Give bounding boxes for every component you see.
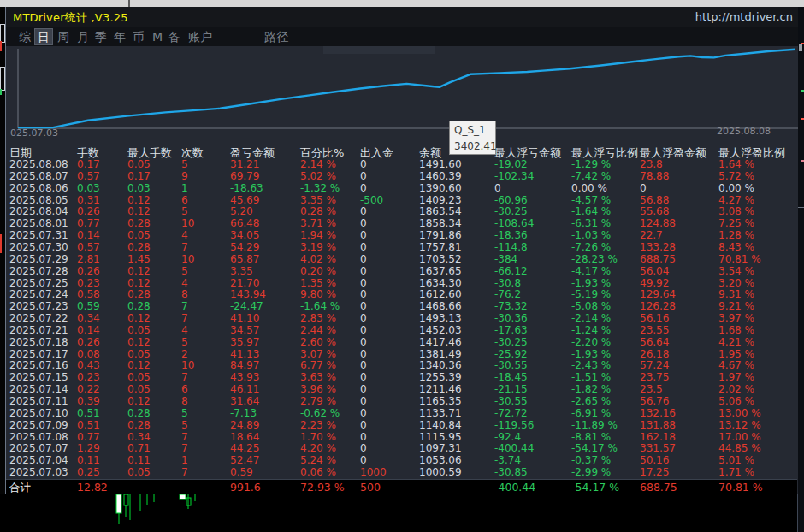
table-cell: 34.05: [230, 230, 259, 242]
table-cell: 78.88: [640, 171, 669, 183]
table-row[interactable]: 2025.07.170.080.05241.133.07 %01381.49-2…: [6, 349, 797, 361]
table-cell: 2.14 %: [300, 159, 336, 171]
title-bar[interactable]: MTDriver统计 ,V3.25 http://mtdriver.cn: [6, 7, 798, 27]
table-cell: 1053.06: [419, 455, 462, 467]
table-cell: 124.88: [640, 218, 676, 230]
table-cell: 6: [181, 384, 188, 396]
table-row[interactable]: 2025.07.090.510.28524.892.23 %01140.84-1…: [6, 420, 797, 432]
table-cell: 3.08 %: [718, 206, 754, 218]
table-cell: 0.59: [230, 467, 253, 479]
table-row[interactable]: 2025.07.220.340.12741.102.83 %01493.13-3…: [6, 313, 797, 325]
table-cell: 2025.08.07: [9, 171, 68, 183]
table-row[interactable]: 2025.07.310.140.05434.051.94 %01791.86-1…: [6, 230, 797, 242]
menu-item-day[interactable]: 日: [35, 29, 52, 44]
table-cell: 0.11: [127, 455, 151, 467]
axis-label-end: 2025.08.08: [717, 126, 771, 137]
total-cell: -54.17 %: [571, 480, 619, 494]
table-cell: 0.12: [127, 396, 151, 408]
table-cell: 43.93: [230, 372, 259, 384]
table-row[interactable]: 2025.08.070.570.17969.795.02 %01460.39-1…: [6, 171, 797, 183]
table-cell: 0.12: [127, 266, 151, 278]
table-row[interactable]: 2025.07.140.220.05646.113.96 %01211.46-2…: [6, 384, 797, 396]
table-cell: 2025.07.16: [9, 360, 68, 372]
table-row[interactable]: 2025.07.280.260.1253.350.20 %01637.65-66…: [6, 266, 797, 278]
table-cell: 5: [181, 266, 188, 278]
menu-item-year[interactable]: 年: [111, 29, 128, 44]
table-cell: 2.60 %: [300, 337, 336, 349]
table-row[interactable]: 2025.08.060.030.031-18.63-1.32 %01390.60…: [6, 183, 797, 195]
table-row[interactable]: 2025.07.160.430.121084.976.77 %01340.36-…: [6, 360, 797, 372]
right-tick-gray-line: [798, 207, 804, 208]
table-row[interactable]: 2025.07.071.290.71744.254.20 %01097.31-4…: [6, 443, 797, 455]
table-cell: 1.97 %: [718, 372, 754, 384]
menu-item-account[interactable]: 账户: [186, 29, 215, 44]
table-row[interactable]: 2025.07.180.260.12535.972.60 %01417.46-3…: [6, 337, 797, 349]
menu-item-m[interactable]: M: [150, 29, 165, 44]
table-cell: 0: [360, 455, 367, 467]
table-cell: 0.77: [77, 218, 100, 230]
table-row[interactable]: 2025.07.040.110.11152.475.24 %01053.06-3…: [6, 455, 797, 467]
table-cell: 0: [360, 408, 367, 420]
background-candles: [0, 494, 797, 532]
table-cell: 2025.07.24: [9, 289, 68, 301]
table-row[interactable]: 2025.07.110.390.12831.642.79 %01165.35-3…: [6, 396, 797, 408]
table-cell: 0.28 %: [300, 206, 336, 218]
equity-chart[interactable]: 025.07.03 2025.08.08: [7, 46, 798, 139]
table-row[interactable]: 2025.08.040.260.1255.200.28 %01863.54-30…: [6, 206, 797, 218]
table-row[interactable]: 2025.07.030.250.0570.590.06 %10001000.59…: [6, 467, 797, 479]
table-row[interactable]: 2025.08.010.770.281066.483.71 %01858.34-…: [6, 218, 797, 230]
table-row[interactable]: 2025.07.300.570.28754.293.19 %01757.81-1…: [6, 242, 797, 254]
table-cell: -0.62 %: [300, 408, 340, 420]
table-cell: 0.05: [127, 384, 151, 396]
table-cell: -18.45: [494, 372, 528, 384]
table-cell: 23.75: [640, 372, 669, 384]
table-cell: -54.17 %: [571, 443, 618, 455]
table-cell: -28.23 %: [571, 254, 618, 266]
table-cell: 0.28: [127, 242, 151, 254]
website-link[interactable]: http://mtdriver.cn: [695, 10, 793, 23]
table-cell: -76.2: [494, 289, 521, 301]
menu-item-quarter[interactable]: 季: [92, 29, 109, 44]
menu-item-overview[interactable]: 综: [16, 29, 33, 44]
menu-item-path[interactable]: 路径: [262, 29, 291, 44]
table-cell: 2025.07.04: [9, 455, 68, 467]
table-cell: 0.17: [127, 171, 151, 183]
table-cell: 0.05: [127, 372, 151, 384]
table-cell: -2.43 %: [571, 360, 611, 372]
table-cell: 1140.84: [419, 420, 462, 432]
menu-item-month[interactable]: 月: [74, 29, 92, 44]
table-row[interactable]: 2025.08.050.310.12645.693.35 %-5001409.2…: [6, 195, 797, 207]
table-cell: 1381.49: [419, 349, 462, 361]
table-cell: 10: [181, 218, 194, 230]
table-cell: 0.71: [127, 443, 151, 455]
table-cell: 2025.07.25: [9, 278, 68, 290]
table-cell: 35.97: [230, 337, 259, 349]
table-cell: 0.57: [77, 171, 100, 183]
table-cell: 0.51: [77, 420, 100, 432]
menu-item-week[interactable]: 周: [55, 29, 72, 44]
table-cell: 0: [360, 313, 367, 325]
table-cell: 0.51: [77, 408, 100, 420]
table-row[interactable]: 2025.07.100.510.285-7.13-0.62 %01133.71-…: [6, 408, 797, 420]
table-cell: 2025.07.10: [9, 408, 68, 420]
table-row[interactable]: 2025.07.292.811.451065.874.02 %01703.52-…: [6, 254, 797, 266]
table-cell: 0.28: [127, 301, 151, 313]
table-row[interactable]: 2025.07.250.230.12421.701.35 %01634.30-3…: [6, 278, 797, 290]
total-cell: 688.75: [640, 480, 677, 494]
menu-item-currency[interactable]: 币: [130, 29, 147, 44]
table-row[interactable]: 2025.07.210.140.05434.572.44 %01452.03-1…: [6, 325, 797, 337]
table-cell: 66.48: [230, 218, 259, 230]
table-cell: 0: [360, 372, 367, 384]
table-row[interactable]: 2025.07.230.590.287-24.47-1.64 %01468.66…: [6, 301, 797, 313]
table-row[interactable]: 2025.07.240.580.288143.949.80 %01612.60-…: [6, 289, 797, 301]
table-cell: 2025.07.11: [9, 396, 68, 408]
table-cell: 2025.07.30: [9, 242, 68, 254]
table-cell: 1703.52: [419, 254, 462, 266]
table-cell: 0.14: [77, 230, 100, 242]
table-row[interactable]: 2025.07.080.770.34718.641.70 %01115.95-9…: [6, 432, 797, 444]
table-cell: 1637.65: [419, 266, 462, 278]
table-row[interactable]: 2025.08.080.170.05531.212.14 %01491.60-1…: [6, 159, 797, 171]
menu-item-backup[interactable]: 备: [166, 29, 183, 44]
table-row[interactable]: 2025.07.150.230.05743.933.63 %01255.39-1…: [6, 372, 797, 384]
table-cell: -73.32: [494, 301, 528, 313]
